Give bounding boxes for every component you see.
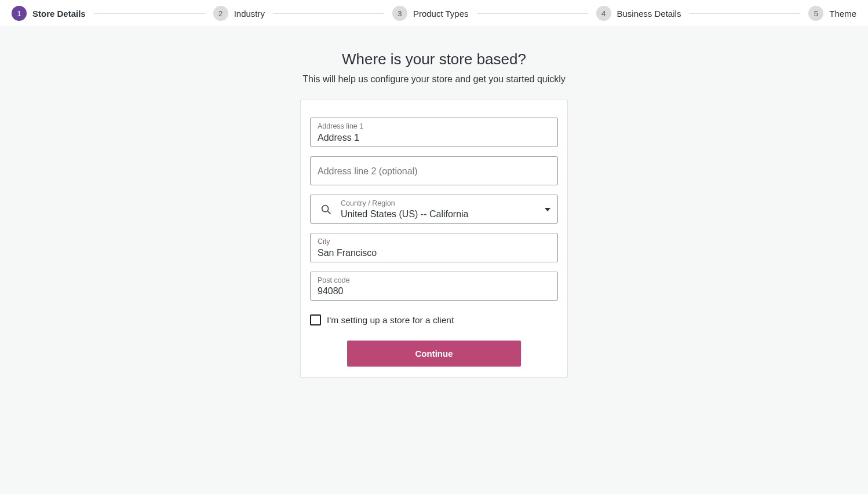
step-divider: [94, 13, 205, 14]
country-value: United States (US) -- California: [341, 209, 537, 219]
step-number: 4: [596, 6, 611, 21]
step-label: Industry: [234, 9, 265, 19]
step-number: 5: [808, 6, 823, 21]
step-divider: [273, 13, 384, 14]
field-label: City: [318, 238, 550, 246]
step-theme[interactable]: 5 Theme: [808, 6, 856, 21]
step-industry[interactable]: 2 Industry: [213, 6, 265, 21]
step-store-details[interactable]: 1 Store Details: [12, 6, 86, 21]
svg-point-0: [322, 205, 329, 211]
step-label: Store Details: [32, 9, 86, 19]
chevron-down-icon: [545, 208, 550, 211]
address-form-card: Address line 1 Country / Region United S…: [300, 100, 568, 378]
field-label: Country / Region: [341, 200, 537, 207]
country-region-select[interactable]: Country / Region United States (US) -- C…: [310, 195, 558, 224]
address-line-2-field[interactable]: [310, 156, 558, 185]
step-number: 2: [213, 6, 228, 21]
postcode-field[interactable]: Post code: [310, 272, 558, 301]
step-number: 1: [12, 6, 27, 21]
field-label: Post code: [318, 277, 550, 284]
city-field[interactable]: City: [310, 233, 558, 262]
field-label: Address line 1: [318, 123, 550, 130]
search-icon: [320, 203, 333, 216]
step-divider: [477, 13, 588, 14]
step-divider: [689, 13, 800, 14]
main-content: Where is your store based? This will hel…: [0, 27, 868, 401]
address-line-1-field[interactable]: Address line 1: [310, 118, 558, 147]
checkbox-label: I'm setting up a store for a client: [327, 315, 454, 325]
page-title: Where is your store based?: [342, 50, 526, 68]
wizard-stepper: 1 Store Details 2 Industry 3 Product Typ…: [0, 0, 868, 27]
page-subtitle: This will help us configure your store a…: [302, 74, 566, 85]
step-business-details[interactable]: 4 Business Details: [596, 6, 681, 21]
address-line-2-input[interactable]: [318, 162, 550, 181]
step-label: Business Details: [617, 9, 681, 19]
client-store-checkbox[interactable]: I'm setting up a store for a client: [310, 314, 558, 325]
city-input[interactable]: [318, 248, 550, 258]
step-number: 3: [392, 6, 407, 21]
step-label: Product Types: [413, 9, 469, 19]
step-label: Theme: [829, 9, 856, 19]
postcode-input[interactable]: [318, 286, 550, 297]
svg-line-1: [328, 211, 331, 214]
step-product-types[interactable]: 3 Product Types: [392, 6, 469, 21]
continue-button[interactable]: Continue: [347, 341, 521, 367]
checkbox-box[interactable]: [310, 314, 321, 325]
address-line-1-input[interactable]: [318, 133, 550, 143]
